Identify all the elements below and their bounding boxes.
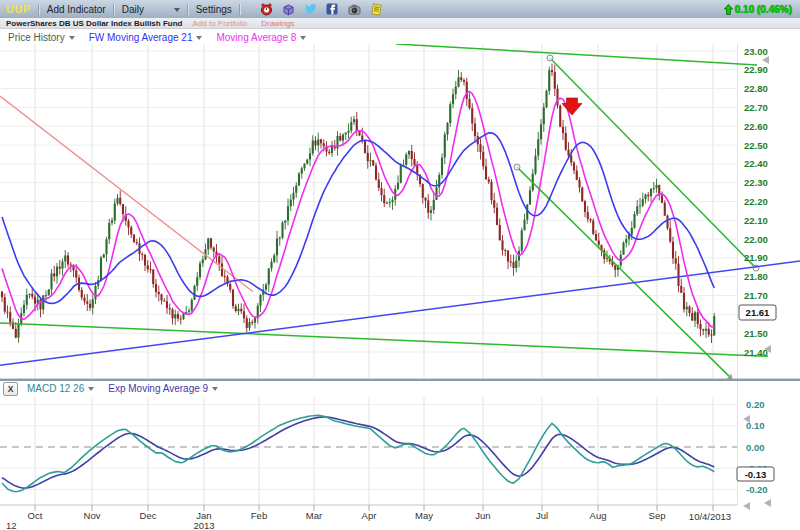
indicator-row: Price History FW Moving Average 21 Movin…: [0, 30, 800, 44]
svg-text:2013: 2013: [193, 520, 214, 530]
moving-averages-layer: [2, 91, 714, 327]
svg-text:12: 12: [6, 520, 17, 530]
svg-text:Nov: Nov: [84, 510, 101, 521]
daily-change: 0.10 (0.46%): [724, 4, 792, 15]
period-dropdown[interactable]: Daily: [122, 4, 180, 15]
settings-button[interactable]: Settings: [196, 4, 232, 15]
notes-icon[interactable]: [370, 3, 383, 16]
svg-text:22.00: 22.00: [744, 234, 768, 245]
pane-separator[interactable]: [0, 379, 800, 381]
chevron-down-icon: [174, 8, 180, 15]
facebook-icon[interactable]: [326, 3, 339, 16]
chevron-down-icon: [88, 387, 94, 394]
toolbar-separator: [38, 4, 40, 15]
trendlines-layer[interactable]: [0, 44, 800, 380]
svg-text:10/4/2013: 10/4/2013: [689, 511, 731, 522]
svg-text:22.70: 22.70: [744, 102, 768, 113]
symbol-subbar: PowerShares DB US Dollar Index Bullish F…: [0, 18, 800, 29]
svg-text:-0.20: -0.20: [746, 484, 768, 495]
svg-text:Apr: Apr: [362, 510, 377, 521]
candles-layer: [1, 64, 715, 343]
svg-text:23.00: 23.00: [744, 46, 768, 57]
svg-text:Dec: Dec: [140, 510, 157, 521]
svg-text:Aug: Aug: [590, 510, 607, 521]
up-arrow-icon: [724, 4, 733, 15]
price-history-dropdown[interactable]: Price History: [8, 32, 75, 43]
down-arrow-annotation[interactable]: [562, 98, 582, 115]
svg-text:22.10: 22.10: [744, 215, 768, 226]
svg-text:21.61: 21.61: [746, 307, 770, 318]
svg-text:May: May: [415, 510, 433, 521]
svg-text:22.30: 22.30: [744, 177, 768, 188]
change-text: 0.10 (0.46%): [735, 4, 792, 15]
svg-text:22.80: 22.80: [744, 83, 768, 94]
moving-average-8-label: Moving Average 8: [216, 32, 296, 43]
svg-text:22.90: 22.90: [744, 64, 768, 75]
toolbar-separator: [239, 4, 241, 15]
ema9-dropdown[interactable]: Exp Moving Average 9: [108, 383, 218, 394]
alerts-icon[interactable]: [260, 3, 273, 16]
svg-text:Oct: Oct: [28, 510, 43, 521]
symbol-label[interactable]: UUP: [6, 3, 31, 15]
axis-labels: 23.0022.9022.8022.7022.6022.5022.4022.30…: [6, 46, 776, 530]
macd-header-row: X MACD 12 26 Exp Moving Average 9: [3, 382, 232, 395]
toolbar-separator: [113, 4, 115, 15]
svg-text:0.20: 0.20: [746, 399, 765, 410]
toolbar-icons: [260, 3, 383, 16]
fund-name: PowerShares DB US Dollar Index Bullish F…: [6, 19, 182, 28]
svg-text:22.40: 22.40: [744, 158, 768, 169]
twitter-icon[interactable]: [304, 3, 317, 16]
chevron-down-icon: [212, 387, 218, 394]
svg-text:Mar: Mar: [306, 510, 322, 521]
toolbar-separator: [187, 4, 189, 15]
moving-average-21-dropdown[interactable]: FW Moving Average 21: [89, 32, 203, 43]
svg-text:22.50: 22.50: [744, 140, 768, 151]
moving-average-8-dropdown[interactable]: Moving Average 8: [216, 32, 306, 43]
svg-text:-0.13: -0.13: [745, 469, 767, 480]
svg-text:Jul: Jul: [536, 510, 548, 521]
svg-text:Sep: Sep: [649, 510, 666, 521]
chevron-down-icon: [69, 36, 75, 43]
charting-app-window: UUP Add Indicator Daily Settings 0.10 (0…: [0, 0, 800, 530]
cube-icon[interactable]: [282, 3, 295, 16]
main-toolbar: UUP Add Indicator Daily Settings 0.10 (0…: [0, 0, 800, 18]
macd-dropdown[interactable]: MACD 12 26: [27, 383, 94, 394]
camera-icon[interactable]: [348, 3, 361, 16]
svg-text:Feb: Feb: [251, 510, 267, 521]
period-value: Daily: [122, 4, 144, 15]
drawings-link[interactable]: Drawings: [261, 19, 294, 28]
svg-text:22.20: 22.20: [744, 196, 768, 207]
svg-text:21.80: 21.80: [744, 271, 768, 282]
chevron-down-icon: [300, 36, 306, 43]
moving-average-21-label: FW Moving Average 21: [89, 32, 193, 43]
svg-text:22.60: 22.60: [744, 121, 768, 132]
ema9-label: Exp Moving Average 9: [108, 383, 208, 394]
close-macd-button[interactable]: X: [3, 382, 18, 396]
macd-label: MACD 12 26: [27, 383, 84, 394]
macd-layer: [2, 415, 714, 492]
svg-text:21.40: 21.40: [744, 347, 768, 358]
chevron-down-icon: [196, 36, 202, 43]
svg-text:21.50: 21.50: [744, 328, 768, 339]
svg-text:0.00: 0.00: [746, 442, 765, 453]
svg-text:21.70: 21.70: [744, 290, 768, 301]
svg-text:Jun: Jun: [475, 510, 490, 521]
price-history-label: Price History: [8, 32, 65, 43]
svg-text:21.90: 21.90: [744, 252, 768, 263]
price-chart-canvas[interactable]: text{font-family:"Liberation Sans",sans-…: [0, 44, 800, 530]
add-to-portfolio-link[interactable]: Add to Portfolio: [192, 19, 247, 28]
add-indicator-button[interactable]: Add Indicator: [47, 4, 106, 15]
